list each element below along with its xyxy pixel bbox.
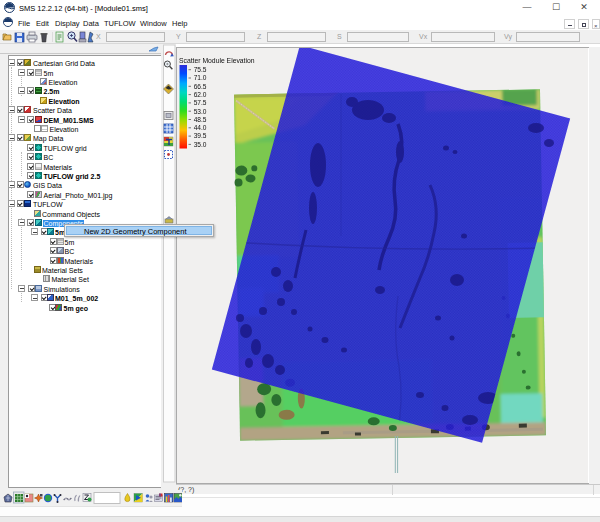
svg-text:53.0: 53.0 (194, 108, 207, 115)
svg-text:39.5: 39.5 (194, 132, 207, 139)
svg-text:75.5: 75.5 (194, 66, 207, 73)
svg-text:44.0: 44.0 (194, 124, 207, 131)
svg-text:Scatter Module Elevation: Scatter Module Elevation (179, 57, 255, 64)
svg-text:71.0: 71.0 (194, 74, 207, 81)
svg-text:48.5: 48.5 (194, 116, 207, 123)
svg-text:35.0: 35.0 (194, 141, 207, 148)
svg-text:66.5: 66.5 (194, 83, 207, 90)
svg-text:62.0: 62.0 (194, 91, 207, 98)
svg-text:57.5: 57.5 (194, 99, 207, 106)
